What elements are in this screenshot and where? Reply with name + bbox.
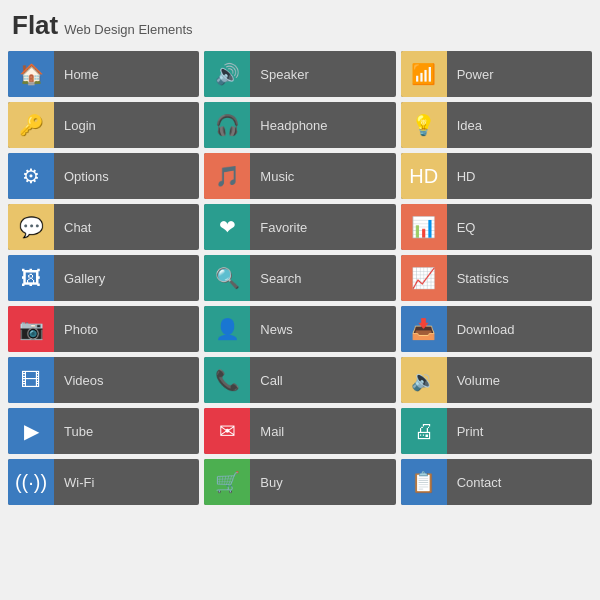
idea-label: Idea	[447, 118, 592, 133]
home-label: Home	[54, 67, 199, 82]
item-hd[interactable]: HDHD	[401, 153, 592, 199]
favorite-label: Favorite	[250, 220, 395, 235]
news-icon: 👤	[204, 306, 250, 352]
hd-icon: HD	[401, 153, 447, 199]
page-header: Flat Web Design Elements	[8, 8, 592, 43]
statistics-label: Statistics	[447, 271, 592, 286]
call-label: Call	[250, 373, 395, 388]
item-news[interactable]: 👤News	[204, 306, 395, 352]
wifi-label: Wi-Fi	[54, 475, 199, 490]
photo-icon: 📷	[8, 306, 54, 352]
search-icon: 🔍	[204, 255, 250, 301]
wifi-icon: ((·))	[8, 459, 54, 505]
login-icon: 🔑	[8, 102, 54, 148]
options-label: Options	[54, 169, 199, 184]
item-videos[interactable]: 🎞Videos	[8, 357, 199, 403]
favorite-icon: ❤	[204, 204, 250, 250]
print-label: Print	[447, 424, 592, 439]
speaker-icon: 🔊	[204, 51, 250, 97]
item-volume[interactable]: 🔉Volume	[401, 357, 592, 403]
options-icon: ⚙	[8, 153, 54, 199]
tube-icon: ▶	[8, 408, 54, 454]
item-home[interactable]: 🏠Home	[8, 51, 199, 97]
item-headphone[interactable]: 🎧Headphone	[204, 102, 395, 148]
contact-label: Contact	[447, 475, 592, 490]
header-flat: Flat	[12, 10, 58, 41]
headphone-label: Headphone	[250, 118, 395, 133]
power-icon: 📶	[401, 51, 447, 97]
icon-grid: 🏠Home🔊Speaker📶Power🔑Login🎧Headphone💡Idea…	[8, 51, 592, 505]
home-icon: 🏠	[8, 51, 54, 97]
eq-icon: 📊	[401, 204, 447, 250]
header-subtitle: Web Design Elements	[64, 22, 192, 37]
download-icon: 📥	[401, 306, 447, 352]
item-contact[interactable]: 📋Contact	[401, 459, 592, 505]
speaker-label: Speaker	[250, 67, 395, 82]
item-mail[interactable]: ✉Mail	[204, 408, 395, 454]
item-wifi[interactable]: ((·))Wi-Fi	[8, 459, 199, 505]
item-options[interactable]: ⚙Options	[8, 153, 199, 199]
item-statistics[interactable]: 📈Statistics	[401, 255, 592, 301]
item-download[interactable]: 📥Download	[401, 306, 592, 352]
tube-label: Tube	[54, 424, 199, 439]
item-favorite[interactable]: ❤Favorite	[204, 204, 395, 250]
statistics-icon: 📈	[401, 255, 447, 301]
hd-label: HD	[447, 169, 592, 184]
news-label: News	[250, 322, 395, 337]
download-label: Download	[447, 322, 592, 337]
item-photo[interactable]: 📷Photo	[8, 306, 199, 352]
print-icon: 🖨	[401, 408, 447, 454]
videos-label: Videos	[54, 373, 199, 388]
page-wrapper: Flat Web Design Elements 🏠Home🔊Speaker📶P…	[0, 0, 600, 600]
login-label: Login	[54, 118, 199, 133]
mail-label: Mail	[250, 424, 395, 439]
contact-icon: 📋	[401, 459, 447, 505]
idea-icon: 💡	[401, 102, 447, 148]
item-buy[interactable]: 🛒Buy	[204, 459, 395, 505]
music-label: Music	[250, 169, 395, 184]
item-speaker[interactable]: 🔊Speaker	[204, 51, 395, 97]
power-label: Power	[447, 67, 592, 82]
buy-icon: 🛒	[204, 459, 250, 505]
photo-label: Photo	[54, 322, 199, 337]
item-eq[interactable]: 📊EQ	[401, 204, 592, 250]
item-tube[interactable]: ▶Tube	[8, 408, 199, 454]
item-login[interactable]: 🔑Login	[8, 102, 199, 148]
item-music[interactable]: 🎵Music	[204, 153, 395, 199]
item-chat[interactable]: 💬Chat	[8, 204, 199, 250]
search-label: Search	[250, 271, 395, 286]
item-idea[interactable]: 💡Idea	[401, 102, 592, 148]
videos-icon: 🎞	[8, 357, 54, 403]
item-print[interactable]: 🖨Print	[401, 408, 592, 454]
gallery-label: Gallery	[54, 271, 199, 286]
volume-label: Volume	[447, 373, 592, 388]
music-icon: 🎵	[204, 153, 250, 199]
item-search[interactable]: 🔍Search	[204, 255, 395, 301]
eq-label: EQ	[447, 220, 592, 235]
item-call[interactable]: 📞Call	[204, 357, 395, 403]
chat-label: Chat	[54, 220, 199, 235]
item-gallery[interactable]: 🖼Gallery	[8, 255, 199, 301]
headphone-icon: 🎧	[204, 102, 250, 148]
volume-icon: 🔉	[401, 357, 447, 403]
call-icon: 📞	[204, 357, 250, 403]
chat-icon: 💬	[8, 204, 54, 250]
item-power[interactable]: 📶Power	[401, 51, 592, 97]
mail-icon: ✉	[204, 408, 250, 454]
buy-label: Buy	[250, 475, 395, 490]
gallery-icon: 🖼	[8, 255, 54, 301]
